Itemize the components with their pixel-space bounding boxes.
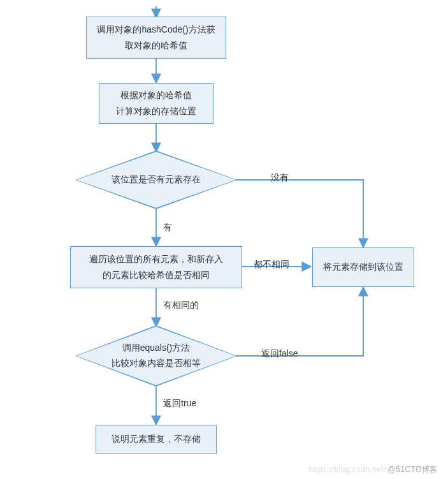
- edge-label-no: 没有: [271, 172, 289, 184]
- node-text: 将元素存储到该位置: [323, 259, 403, 275]
- flowchart-canvas: 调用对象的hashCode()方法获 取对象的哈希值 根据对象的哈希值 计算对象…: [0, 0, 448, 479]
- node-text-line1: 遍历该位置的所有元素，和新存入: [89, 251, 223, 267]
- connector-lines: [0, 0, 448, 479]
- watermark: https://blog.csdn.net/@51CTO博客: [309, 464, 438, 475]
- node-compute-position: 根据对象的哈希值 计算对象的存储位置: [99, 83, 213, 124]
- node-text-line2: 取对象的哈希值: [125, 38, 187, 54]
- node-hashcode: 调用对象的hashCode()方法获 取对象的哈希值: [86, 17, 226, 59]
- node-text-line2: 计算对象的存储位置: [116, 103, 196, 119]
- node-text-line2: 的元素比较哈希值是否相同: [103, 267, 210, 283]
- node-compare-hash: 遍历该位置的所有元素，和新存入 的元素比较哈希值是否相同: [70, 246, 242, 288]
- decision-equals: 调用equals()方法 比较对象内容是否相等: [76, 327, 236, 385]
- decision-position-has-element: 该位置是否有元素存在: [76, 152, 236, 208]
- decision-text-line1: 调用equals()方法: [122, 341, 191, 356]
- node-text-line1: 根据对象的哈希值: [120, 87, 192, 103]
- edge-label-return-false: 返回false: [261, 348, 298, 360]
- decision-text-line2: 比较对象内容是否相等: [112, 356, 201, 371]
- edge-label-return-true: 返回true: [163, 398, 196, 409]
- edge-label-all-different: 都不相同: [254, 259, 289, 270]
- edge-label-yes: 有: [163, 222, 172, 233]
- node-text-line1: 调用对象的hashCode()方法获: [97, 22, 215, 38]
- watermark-faint: https://blog.csdn.net/: [309, 465, 387, 474]
- edge-label-has-same: 有相同的: [163, 300, 199, 311]
- node-duplicate-discard: 说明元素重复，不存储: [96, 425, 217, 454]
- decision-text: 该位置是否有元素存在: [112, 172, 201, 188]
- node-store-element: 将元素存储到该位置: [312, 247, 414, 287]
- watermark-text: @51CTO博客: [387, 465, 438, 474]
- node-text: 说明元素重复，不存储: [112, 431, 201, 447]
